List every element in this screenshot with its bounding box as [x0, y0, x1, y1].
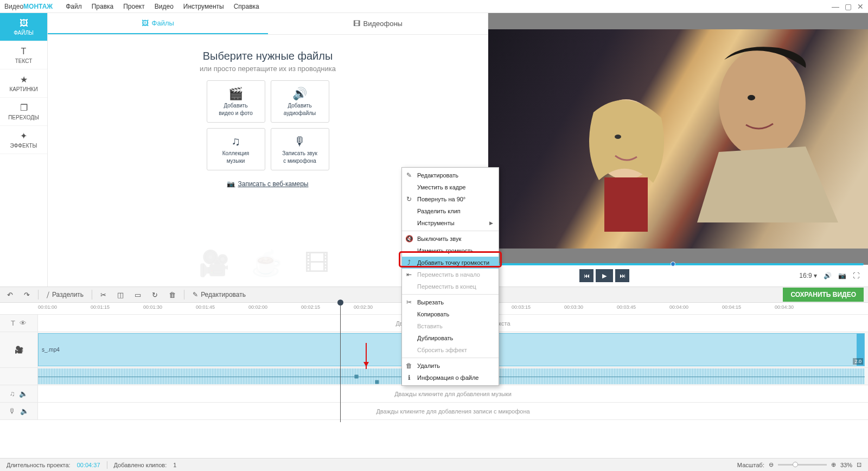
edit-button[interactable]: ✎Редактировать: [190, 290, 248, 300]
volume-icon[interactable]: 🔊: [824, 272, 832, 279]
menu-video[interactable]: Видео: [155, 3, 174, 10]
close-icon[interactable]: ✕: [857, 2, 864, 11]
frame-button[interactable]: ▭: [132, 290, 144, 300]
effects-icon: ✦: [20, 131, 27, 141]
context-item[interactable]: ✂Вырезать: [402, 296, 499, 308]
ruler-tick: 00:04:00: [669, 304, 688, 310]
track-text-head: T👁: [0, 315, 38, 332]
track-wave-head: [0, 368, 38, 385]
ruler-tick: 00:01:15: [91, 304, 110, 310]
menu-file[interactable]: Файл: [66, 3, 82, 10]
sidebar-item-files[interactable]: 🖼ФАЙЛЫ: [0, 13, 47, 41]
sidebar-item-text[interactable]: TТЕКСТ: [0, 41, 47, 69]
track-mic-body[interactable]: Дважды кликните для добавления записи с …: [38, 403, 868, 419]
app-name: ВидеоМОНТАЖ: [4, 3, 53, 10]
scrubber-handle[interactable]: [671, 262, 675, 266]
zoom-control: Масштаб: ⊖ ⊕ 33% ⊡: [737, 461, 861, 468]
ruler-tick: 00:03:45: [617, 304, 636, 310]
clips-value: 1: [173, 462, 176, 468]
sidebar-item-effects[interactable]: ✦ЭФФЕКТЫ: [0, 126, 47, 154]
aspect-ratio-select[interactable]: 16:9 ▾: [799, 272, 817, 279]
rotate-button[interactable]: ↻: [149, 290, 161, 300]
menu-tools[interactable]: Инструменты: [183, 3, 224, 10]
picker-subtitle: или просто перетащите их из проводника: [200, 65, 336, 73]
menu-item-icon: ✎: [405, 171, 413, 179]
zoom-label: Масштаб:: [737, 462, 764, 468]
context-item[interactable]: ✎Редактировать: [402, 169, 499, 181]
letterbox-top: [488, 13, 868, 29]
maximize-icon[interactable]: ▢: [845, 2, 852, 11]
tile-record-mic[interactable]: 🎙Записать звукс микрофона: [271, 128, 329, 170]
fullscreen-icon[interactable]: ⛶: [853, 272, 859, 279]
transitions-icon: ❐: [20, 103, 28, 113]
track-music-head: ♫🔈: [0, 385, 38, 402]
volume-node[interactable]: [375, 380, 379, 384]
submenu-arrow-icon: ▶: [489, 220, 493, 226]
undo-button[interactable]: ↶: [4, 290, 16, 300]
scrubber[interactable]: [493, 263, 864, 265]
zoom-in-button[interactable]: ⊕: [831, 461, 836, 468]
context-item[interactable]: Инструменты▶: [402, 217, 499, 229]
menu-project[interactable]: Проект: [123, 3, 145, 10]
annotation-arrow: [366, 343, 367, 369]
split-button[interactable]: ⧸Разделить: [44, 290, 86, 300]
mute-icon[interactable]: 🔈: [20, 407, 29, 415]
cut-button[interactable]: ✂: [98, 290, 109, 300]
video-controls: ⏮ ▶ ⏭ 16:9 ▾ 🔊 📷 ⛶: [488, 265, 868, 287]
zoom-out-button[interactable]: ⊖: [769, 461, 774, 468]
volume-node[interactable]: [354, 374, 358, 378]
menu-item-icon: 🔇: [405, 235, 413, 243]
track-music-body[interactable]: Дважды кликните для добавления музыки: [38, 385, 868, 402]
minimize-icon[interactable]: —: [832, 2, 839, 11]
clip-end-handle[interactable]: 2.0: [857, 334, 864, 366]
preview-options: 16:9 ▾ 🔊 📷 ⛶: [799, 272, 859, 279]
context-item: Вставить: [402, 320, 499, 332]
sidebar-item-images[interactable]: ★КАРТИНКИ: [0, 69, 47, 98]
mute-icon[interactable]: 🔈: [19, 390, 28, 398]
video-track-icon: 🎥: [15, 346, 23, 354]
zoom-fit-button[interactable]: ⊡: [857, 461, 861, 468]
context-item[interactable]: Копировать: [402, 308, 499, 320]
menubar: Файл Правка Проект Видео Инструменты Спр…: [66, 3, 259, 10]
context-item[interactable]: Уместить в кадре: [402, 181, 499, 193]
webcam-link[interactable]: 📷Записать с веб-камеры: [227, 180, 308, 188]
tab-files[interactable]: 🖼Файлы: [48, 13, 268, 34]
tile-add-video[interactable]: 🎬Добавитьвидео и фото: [207, 80, 265, 123]
context-item[interactable]: Изменить громкость: [402, 245, 499, 257]
sidebar-item-transitions[interactable]: ❐ПЕРЕХОДЫ: [0, 98, 47, 126]
delete-button[interactable]: 🗑: [166, 290, 178, 300]
menu-help[interactable]: Справка: [234, 3, 259, 10]
context-item[interactable]: ℹИнформация о файле: [402, 372, 499, 384]
image-icon: 🖼: [142, 19, 149, 27]
snapshot-icon[interactable]: 📷: [838, 272, 846, 279]
tile-music-lib[interactable]: ♫Коллекциямузыки: [207, 128, 265, 170]
context-menu: ✎РедактироватьУместить в кадре↻Повернуть…: [401, 167, 499, 386]
context-item[interactable]: 🗑Удалить: [402, 360, 499, 372]
video-frame[interactable]: [488, 29, 868, 249]
menu-item-icon: 🗑: [405, 362, 413, 370]
zoom-handle[interactable]: [793, 462, 798, 467]
tab-videobg[interactable]: 🎞Видеофоны: [268, 13, 488, 34]
context-item[interactable]: Дублировать: [402, 332, 499, 344]
save-video-button[interactable]: СОХРАНИТЬ ВИДЕО: [783, 288, 864, 302]
eye-icon[interactable]: 👁: [20, 319, 27, 327]
tile-add-audio[interactable]: 🔊Добавитьаудиофайлы: [271, 80, 329, 123]
context-item[interactable]: 🔇Выключить звук: [402, 233, 499, 245]
playhead[interactable]: [340, 303, 341, 422]
menu-edit[interactable]: Правка: [92, 3, 114, 10]
crop-button[interactable]: ◫: [114, 290, 126, 300]
music-track-icon: ♫: [10, 390, 15, 398]
context-item[interactable]: ↻Повернуть на 90°: [402, 193, 499, 205]
prev-button[interactable]: ⏮: [579, 269, 593, 282]
context-item[interactable]: Разделить клип: [402, 205, 499, 217]
decor-illustration: 🎥 ☕ 🎞: [165, 249, 371, 287]
menu-item-icon: ↻: [405, 195, 413, 203]
text-track-icon: T: [11, 319, 15, 327]
context-item[interactable]: ⤴Добавить точку громкости: [402, 257, 499, 269]
zoom-slider[interactable]: [778, 464, 827, 466]
mic-icon: 🎙: [294, 135, 306, 149]
track-mic: 🎙🔈 Дважды кликните для добавления записи…: [0, 403, 868, 420]
play-button[interactable]: ▶: [596, 269, 613, 282]
next-button[interactable]: ⏭: [615, 269, 629, 282]
redo-button[interactable]: ↷: [21, 290, 33, 300]
